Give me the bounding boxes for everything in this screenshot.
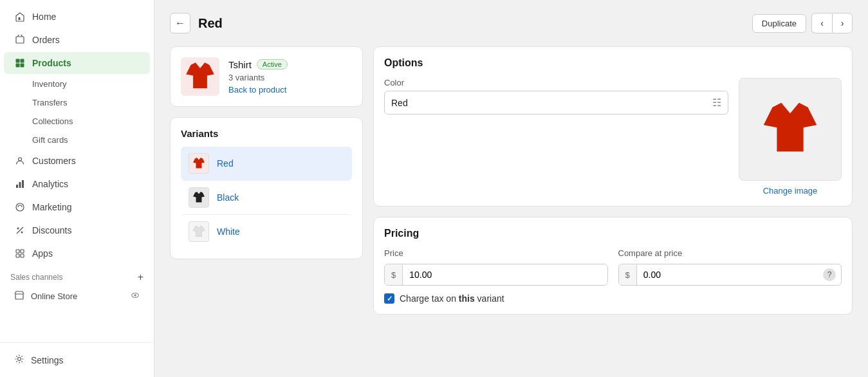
sidebar-item-transfers[interactable]: Transfers (4, 94, 150, 111)
compare-currency: $ (619, 265, 637, 285)
home-icon (14, 11, 26, 23)
products-icon (14, 57, 26, 69)
charge-tax-row[interactable]: Charge tax on this variant (384, 293, 842, 304)
sidebar-item-transfers-label: Transfers (32, 98, 67, 107)
sidebar-item-marketing-label: Marketing (32, 202, 71, 212)
svg-rect-4 (16, 64, 20, 68)
charge-tax-label: Charge tax on this variant (400, 293, 504, 304)
sidebar-item-collections-label: Collections (32, 116, 73, 126)
svg-point-11 (17, 228, 19, 230)
page-title: Red (198, 16, 223, 31)
sidebar-item-collections[interactable]: Collections (4, 113, 150, 130)
analytics-icon (14, 178, 26, 190)
variant-item-red[interactable]: Red (181, 147, 352, 180)
pricing-title: Pricing (384, 228, 842, 239)
settings-icon (14, 354, 24, 366)
sales-channels-section: Sales channels + (0, 265, 154, 286)
online-store-eye-icon[interactable] (131, 291, 140, 302)
prev-variant-button[interactable]: ‹ (811, 13, 832, 33)
sidebar-item-orders[interactable]: Orders (4, 29, 150, 51)
left-col: Tshirt Active 3 variants Back to product… (170, 46, 363, 259)
svg-rect-3 (21, 59, 24, 63)
online-store-label: Online Store (31, 291, 77, 301)
main-content: ← Red Duplicate ‹ › (154, 0, 868, 377)
sidebar-item-products-label: Products (32, 58, 71, 68)
next-variant-button[interactable]: › (832, 13, 853, 33)
sidebar-item-customers-label: Customers (32, 156, 76, 166)
svg-rect-2 (16, 59, 20, 63)
marketing-icon (14, 201, 26, 213)
customers-icon (14, 155, 26, 167)
store-icon (14, 290, 24, 302)
back-button[interactable]: ← (170, 13, 190, 33)
color-input-value: Red (391, 98, 408, 108)
options-title: Options (384, 57, 842, 69)
sidebar-item-products[interactable]: Products (4, 52, 150, 74)
svg-point-10 (16, 203, 24, 211)
sidebar-item-inventory[interactable]: Inventory (4, 75, 150, 93)
sidebar-item-analytics-label: Analytics (32, 179, 68, 189)
color-input-edit-icon: ☷ (712, 97, 721, 109)
nav-arrows: ‹ › (811, 13, 853, 33)
sidebar-item-discounts[interactable]: Discounts (4, 219, 150, 241)
apps-icon (14, 248, 26, 259)
sidebar-item-apps[interactable]: Apps (4, 243, 150, 264)
charge-tax-checkbox[interactable] (384, 293, 394, 304)
svg-point-20 (18, 358, 21, 361)
sidebar-item-settings[interactable]: Settings (4, 349, 150, 371)
right-col: Options Color Red ☷ Change image (373, 46, 853, 315)
price-label: Price (384, 248, 608, 258)
sidebar-item-apps-label: Apps (32, 248, 53, 259)
variants-card: Variants Red Black (170, 117, 363, 259)
variant-item-white[interactable]: White (181, 214, 352, 248)
sidebar-item-analytics[interactable]: Analytics (4, 173, 150, 195)
sidebar-item-marketing[interactable]: Marketing (4, 196, 150, 218)
sidebar-item-discounts-label: Discounts (32, 225, 71, 235)
sidebar-item-gift-cards[interactable]: Gift cards (4, 131, 150, 149)
change-image-link[interactable]: Change image (739, 186, 842, 196)
svg-rect-0 (19, 17, 21, 20)
variant-label-white: White (217, 226, 240, 237)
price-input[interactable]: $ (384, 264, 608, 286)
discounts-icon (14, 225, 26, 236)
content-layout: Tshirt Active 3 variants Back to product… (170, 46, 853, 315)
svg-marker-23 (193, 192, 205, 203)
svg-marker-25 (764, 103, 817, 152)
product-thumbnail (181, 57, 219, 96)
product-image-container: Change image (739, 78, 842, 196)
sidebar-item-home[interactable]: Home (4, 6, 150, 28)
back-to-product-link[interactable]: Back to product (228, 85, 288, 95)
price-currency: $ (385, 265, 403, 285)
svg-rect-9 (22, 180, 24, 188)
compare-at-price-input[interactable]: $ ? (618, 264, 842, 286)
product-variants-count: 3 variants (228, 73, 288, 82)
sidebar-item-orders-label: Orders (32, 35, 60, 45)
sidebar-item-inventory-label: Inventory (32, 79, 66, 89)
add-sales-channel-icon[interactable]: + (138, 271, 143, 283)
sidebar-item-customers[interactable]: Customers (4, 150, 150, 172)
price-field: Price $ (384, 248, 608, 286)
settings-label: Settings (31, 355, 64, 365)
svg-rect-7 (16, 185, 18, 188)
sales-channels-label: Sales channels (10, 273, 62, 282)
svg-point-6 (19, 158, 22, 161)
color-input[interactable]: Red ☷ (384, 91, 728, 115)
product-card: Tshirt Active 3 variants Back to product (170, 46, 363, 107)
svg-marker-24 (193, 226, 205, 237)
sidebar-item-online-store[interactable]: Online Store (4, 286, 150, 306)
variants-title: Variants (181, 128, 352, 139)
svg-point-12 (21, 232, 23, 234)
svg-point-19 (134, 294, 136, 297)
svg-marker-22 (193, 158, 205, 169)
compare-help-icon[interactable]: ? (823, 268, 836, 281)
sidebar: Home Orders Products Inventory Transfers… (0, 0, 154, 377)
compare-value-input[interactable] (637, 264, 823, 285)
product-name: Tshirt (228, 59, 252, 70)
variant-label-red: Red (217, 158, 234, 169)
variant-item-black[interactable]: Black (181, 180, 352, 214)
product-status-badge: Active (257, 59, 288, 69)
duplicate-button[interactable]: Duplicate (752, 14, 806, 33)
options-card: Options Color Red ☷ Change image (373, 46, 853, 207)
svg-rect-5 (21, 64, 24, 68)
price-value-input[interactable] (403, 264, 607, 285)
